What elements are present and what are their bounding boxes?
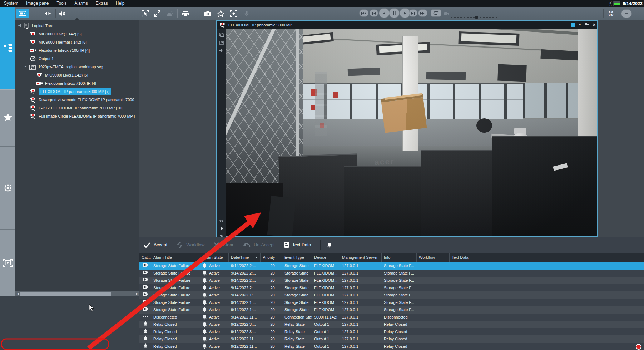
relay-icon xyxy=(143,335,148,340)
tree-item-logical-tree[interactable]: −Logical Tree xyxy=(15,21,139,30)
close-all-panes-icon[interactable]: ×××× xyxy=(606,9,616,18)
alarm-row-10[interactable]: Relay ClosedActive9/12/2022 3:...20Relay… xyxy=(139,328,644,336)
management-server-cell: 127.0.0.1 xyxy=(340,328,382,336)
tree-item-1920px-emea-region-worldmap-svg[interactable]: −1920px-EMEA_region_worldmap.svg xyxy=(15,63,139,71)
column-header-text-data[interactable]: Text Data xyxy=(450,253,644,262)
scroll-right-icon[interactable]: ▶ xyxy=(135,291,139,296)
instant-replay-icon[interactable] xyxy=(218,32,224,38)
alarm-row-12[interactable]: Relay ClosedActive9/12/2022 11...20Relay… xyxy=(139,343,644,350)
menu-tools[interactable]: Tools xyxy=(53,0,70,7)
column-header-info[interactable]: Info xyxy=(382,253,417,262)
alarm-row-3[interactable]: Storage State FailureActive9/14/2022 2:.… xyxy=(139,277,644,284)
pane-grid-icon[interactable] xyxy=(585,23,589,27)
speed-slider-handle[interactable] xyxy=(475,16,478,19)
detach-pane-icon[interactable] xyxy=(218,40,224,45)
priority-cell: 20 xyxy=(261,321,282,328)
reverse-icon[interactable] xyxy=(379,8,390,18)
pano-camera-icon xyxy=(219,22,226,28)
column-header-management-server[interactable]: Management Server xyxy=(340,253,382,262)
column-header-event-type[interactable]: Event Type xyxy=(282,253,312,262)
resize-arrows-icon[interactable] xyxy=(218,218,224,223)
menu-alarms[interactable]: Alarms xyxy=(70,0,91,7)
tree-expander-icon[interactable]: − xyxy=(18,24,21,27)
bell-icon[interactable] xyxy=(327,242,332,248)
alarm-row-5[interactable]: Storage State FailureActive9/14/2022 1:.… xyxy=(139,291,644,299)
menu-image-pane[interactable]: Image pane xyxy=(22,0,53,7)
video-pane-titlebar[interactable]: FLEXIDOME IP panoramic 5000 MP ▼ ✕ xyxy=(217,21,597,29)
text-data-button[interactable]: Text Data xyxy=(284,242,311,248)
column-header-alarm-state[interactable]: Alarm State xyxy=(200,253,229,262)
column-header-priority[interactable]: Priority xyxy=(261,253,282,262)
menu-extras[interactable]: Extras xyxy=(92,0,112,7)
alarm-row-6[interactable]: Storage State FailureActive9/14/2022 1:.… xyxy=(139,299,644,306)
tree-item-e-ptz-flexidome-ip-panoramic-7000-mp-10[interactable]: E-PTZ FLEXIDOME IP panoramic 7000 MP [10… xyxy=(15,104,139,112)
alarm-pane-icon[interactable] xyxy=(164,9,175,18)
tree-item-mic9000ithermal-142-6[interactable]: MIC9000iThermal (.142) [6] xyxy=(15,38,139,46)
sidebar-tab-logical-tree[interactable] xyxy=(0,7,15,89)
sidebar-tab-favorites[interactable] xyxy=(0,89,15,146)
column-header-date-time[interactable]: Date/Time▼ xyxy=(229,253,261,262)
loop-icon[interactable] xyxy=(431,9,441,17)
alarm-row-2[interactable]: Storage State FailureActive9/14/2022 2:.… xyxy=(139,270,644,277)
sidebar-tab-bookmarks[interactable] xyxy=(0,147,15,229)
tree-item-dewarped-view-mode-flexidome-ip-panorami[interactable]: Dewarped view mode FLEXIDOME IP panorami… xyxy=(15,95,139,104)
management-server-cell: 127.0.0.1 xyxy=(340,299,382,306)
jump-end-icon[interactable] xyxy=(418,9,427,17)
mute-icon[interactable] xyxy=(218,48,224,53)
tree-item-full-image-circle-flexidome-ip-panoramic[interactable]: Full Image Circle FLEXIDOME IP panoramic… xyxy=(15,112,139,120)
tree-item-mic9000i-live-1-142-5[interactable]: MIC9000i Live(1.142) [5] xyxy=(15,71,139,79)
scroll-left-icon[interactable]: ◀ xyxy=(15,291,20,296)
alarm-row-7[interactable]: Storage State FailureActive9/14/2022 1:.… xyxy=(139,306,644,314)
priority-cell: 20 xyxy=(261,335,282,343)
bell-icon xyxy=(202,336,207,342)
video-pane[interactable]: FLEXIDOME IP panoramic 5000 MP ▼ ✕ xyxy=(216,20,598,237)
alternate-view-icon[interactable] xyxy=(42,9,53,18)
tree-item-flexidome-ip-panoramic-5000-mp-7[interactable]: FLEXIDOME IP panoramic 5000 MP [7] xyxy=(15,87,139,95)
minimize-icon[interactable]: – xyxy=(621,9,632,18)
tree-item-label: MIC9000i Live(1.142) [5] xyxy=(45,73,88,77)
stream-menu-arrow-icon[interactable]: ▼ xyxy=(579,23,581,26)
alarm-row-11[interactable]: Relay ClosedActive9/12/2022 11...20Relay… xyxy=(139,335,644,343)
tree-item-flexidome-inteox-7100i-ir-4[interactable]: Flexidome Inteox 7100i IR [4] xyxy=(15,46,139,54)
close-icon[interactable]: ✕ xyxy=(593,23,596,27)
alarm-row-4[interactable]: Storage State FailureActive9/14/2022 2:.… xyxy=(139,284,644,292)
tree-horizontal-scrollbar[interactable]: ◀ ▶ xyxy=(15,291,139,296)
clear-button[interactable]: Clear xyxy=(214,242,233,248)
printer-icon[interactable] xyxy=(180,9,191,18)
sidebar-tab-playback[interactable] xyxy=(0,230,15,296)
add-frame-icon[interactable] xyxy=(228,9,239,18)
un-accept-button[interactable]: Un-Accept xyxy=(243,242,274,248)
select-pane-icon[interactable] xyxy=(140,9,150,18)
speaker-icon[interactable] xyxy=(58,9,67,18)
menu-help[interactable]: Help xyxy=(112,0,129,7)
workflow-button[interactable]: Workflow xyxy=(177,242,204,248)
current-date: 9/14/2022 xyxy=(623,1,643,6)
column-header-device[interactable]: Device xyxy=(312,253,340,262)
column-header-workflow[interactable]: Workflow xyxy=(417,253,450,262)
pause-icon[interactable] xyxy=(389,8,400,18)
tree-item-flexidome-inteox-7100i-ir-4[interactable]: Flexidome Inteox 7100i IR [4] xyxy=(15,79,139,87)
alarm-row-9[interactable]: Relay ClosedActive9/12/2022 3:...20Relay… xyxy=(139,321,644,328)
jump-start-icon[interactable] xyxy=(359,9,368,17)
alarm-row-1[interactable]: Storage State FailureActive9/14/2022 2:.… xyxy=(139,262,644,270)
camera-view-icon[interactable] xyxy=(16,9,29,18)
column-header-alarm-title[interactable]: Alarm Title xyxy=(151,253,200,262)
step-back-icon[interactable] xyxy=(370,9,378,17)
snapshot-icon[interactable] xyxy=(202,9,213,18)
accept-button[interactable]: Accept xyxy=(144,242,167,248)
favorites-icon[interactable] xyxy=(215,9,226,18)
priority-cell: 20 xyxy=(261,284,282,292)
expand-pane-icon[interactable] xyxy=(152,9,163,18)
microphone-icon[interactable] xyxy=(242,9,251,18)
tree-item-output-1[interactable]: Output 1 xyxy=(15,54,139,63)
speed-slider[interactable] xyxy=(451,17,498,18)
tree-expander-icon[interactable]: − xyxy=(24,65,27,68)
menu-system[interactable]: System xyxy=(0,0,22,7)
column-header-cat[interactable]: Cat... xyxy=(139,253,151,262)
camera-video-image[interactable]: acer xyxy=(226,29,597,236)
tree-item-mic9000i-live-1-142-5[interactable]: MIC9000i Live(1.142) [5] xyxy=(15,30,139,38)
alarm-title-cell: Disconnected xyxy=(151,314,200,321)
scrollbar-thumb[interactable] xyxy=(20,292,111,296)
alarm-row-8[interactable]: DisconnectedActive9/14/2022 11...20Conne… xyxy=(139,314,644,321)
step-forward-icon[interactable] xyxy=(409,9,417,17)
